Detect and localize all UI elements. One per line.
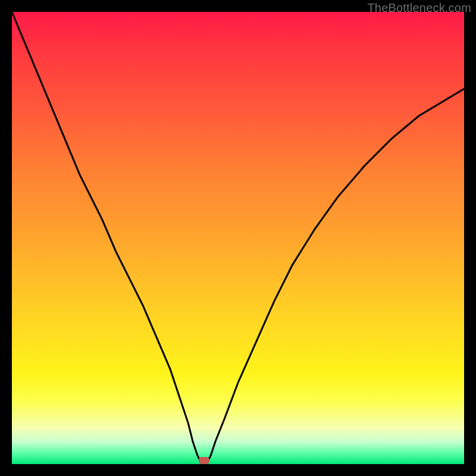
chart-frame: TheBottleneck.com [0, 0, 476, 476]
watermark-text: TheBottleneck.com [367, 1, 471, 15]
curve-path [12, 12, 464, 464]
optimal-point-marker [199, 457, 209, 464]
bottleneck-curve [12, 12, 464, 464]
plot-area [12, 12, 464, 464]
